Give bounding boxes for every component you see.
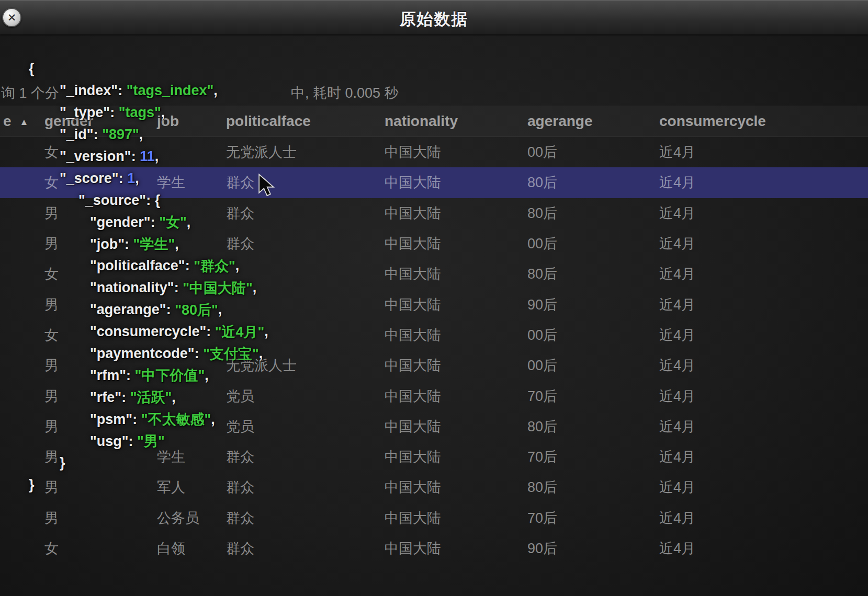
raw-data-window: ✕ 原始数据 询 1 个分 中, 耗时 0.005 秒 e▲ genderjob… bbox=[0, 0, 868, 596]
cell-agerange: 90后 bbox=[527, 539, 557, 558]
json-line: "_score": 1, bbox=[0, 167, 868, 189]
window-title: 原始数据 bbox=[0, 8, 868, 30]
json-line: "rfe": "活跃", bbox=[0, 386, 868, 408]
json-line: { bbox=[0, 58, 868, 80]
json-line: "_type": "tags", bbox=[0, 102, 868, 124]
json-line: "_index": "tags_index", bbox=[0, 80, 868, 102]
cell-consumercycle: 近4月 bbox=[659, 539, 695, 558]
json-line: "usg": "男" bbox=[0, 430, 868, 452]
window-titlebar: ✕ 原始数据 bbox=[0, 0, 868, 35]
cell-politicalface: 群众 bbox=[226, 509, 254, 528]
cell-job: 公务员 bbox=[157, 509, 199, 528]
json-line: "gender": "女", bbox=[0, 211, 868, 233]
json-document: {"_index": "tags_index","_type": "tags",… bbox=[0, 58, 868, 496]
json-line: "nationality": "中国大陆", bbox=[0, 277, 868, 299]
json-line: "consumercycle": "近4月", bbox=[0, 321, 868, 343]
cell-gender: 女 bbox=[44, 539, 59, 558]
cell-consumercycle: 近4月 bbox=[659, 509, 695, 528]
json-line: "_id": "897", bbox=[0, 124, 868, 146]
json-line: "agerange": "80后", bbox=[0, 299, 868, 321]
cell-nationality: 中国大陆 bbox=[385, 539, 441, 558]
json-line: "paymentcode": "支付宝", bbox=[0, 343, 868, 365]
table-row[interactable]: 女白领群众中国大陆90后近4月 bbox=[0, 533, 868, 564]
cell-nationality: 中国大陆 bbox=[385, 509, 441, 528]
cell-politicalface: 群众 bbox=[226, 539, 254, 558]
json-line: } bbox=[0, 474, 868, 496]
json-line: "job": "学生", bbox=[0, 233, 868, 255]
mouse-cursor bbox=[257, 174, 278, 198]
table-row[interactable]: 男公务员群众中国大陆70后近4月 bbox=[0, 503, 868, 533]
cell-job: 白领 bbox=[157, 539, 185, 558]
json-line: "politicalface": "群众", bbox=[0, 255, 868, 277]
json-line: "_version": 11, bbox=[0, 146, 868, 168]
cell-gender: 男 bbox=[44, 509, 59, 528]
json-line: } bbox=[0, 452, 868, 474]
json-line: "rfm": "中下价值", bbox=[0, 364, 868, 386]
json-line: "_source": { bbox=[0, 189, 868, 211]
window-content: 询 1 个分 中, 耗时 0.005 秒 e▲ genderjobpolitic… bbox=[0, 0, 868, 596]
cell-agerange: 70后 bbox=[527, 509, 557, 528]
json-line: "psm": "不太敏感", bbox=[0, 408, 868, 430]
